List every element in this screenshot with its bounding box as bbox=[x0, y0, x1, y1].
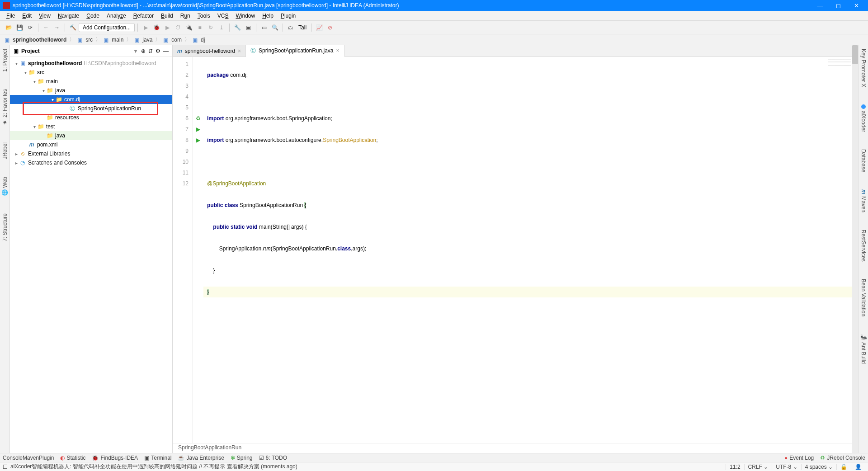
menu-analyze[interactable]: Analyze bbox=[103, 13, 130, 19]
back-icon[interactable]: ← bbox=[41, 23, 51, 33]
tree-package[interactable]: ▾📁com.dj bbox=[10, 95, 172, 104]
run-icon[interactable]: ▶ bbox=[141, 23, 151, 33]
bottom-spring[interactable]: ❃Spring bbox=[231, 455, 253, 461]
bottom-javaee[interactable]: ☕Java Enterprise bbox=[178, 455, 224, 461]
tree-test-java[interactable]: 📁java bbox=[10, 131, 172, 140]
status-encoding[interactable]: UTF-8 ⌄ bbox=[772, 464, 801, 470]
tree-resources[interactable]: 📁resources bbox=[10, 113, 172, 122]
tree-file[interactable]: ⒸSpringBootApplicationRun bbox=[10, 104, 172, 113]
gear-icon[interactable]: ⚙ bbox=[156, 48, 160, 54]
menu-plugin[interactable]: Plugin bbox=[277, 13, 299, 19]
save-icon[interactable]: 💾 bbox=[14, 23, 24, 33]
menu-code[interactable]: Code bbox=[83, 13, 103, 19]
menu-run[interactable]: Run bbox=[177, 13, 194, 19]
tab-favorites[interactable]: ★2: Favorites bbox=[2, 87, 8, 127]
code-text[interactable]: package com.dj; import org.springframewo… bbox=[203, 57, 852, 443]
crumb-src[interactable]: ▣src bbox=[75, 37, 94, 43]
minimize-button[interactable]: — bbox=[811, 2, 829, 9]
status-indent[interactable]: 4 spaces ⌄ bbox=[801, 464, 836, 470]
open-icon[interactable]: 📂 bbox=[4, 23, 14, 33]
tree-pom[interactable]: mpom.xml bbox=[10, 140, 172, 149]
chart-icon[interactable]: 📈 bbox=[314, 23, 324, 33]
run-gutter-icon[interactable]: ▶ bbox=[193, 135, 203, 146]
hide-icon[interactable]: — bbox=[163, 48, 169, 54]
close-button[interactable]: ✕ bbox=[847, 2, 865, 9]
bottom-console[interactable]: ConsoleMavenPlugin bbox=[3, 455, 54, 461]
tab-structure[interactable]: 7: Structure bbox=[2, 212, 8, 243]
editor-scrollbar[interactable] bbox=[852, 45, 858, 453]
menu-refactor[interactable]: Refactor bbox=[130, 13, 157, 19]
menu-build[interactable]: Build bbox=[157, 13, 177, 19]
run-gutter-icon[interactable]: ▶ bbox=[193, 124, 203, 135]
bottom-statistic[interactable]: ◐Statistic bbox=[60, 455, 85, 461]
collapse-icon[interactable]: ⇵ bbox=[148, 48, 153, 54]
tree-root[interactable]: ▾▣springboothellowordH:\CSDN\springbooth… bbox=[10, 59, 172, 68]
status-position[interactable]: 11:2 bbox=[726, 464, 744, 470]
bottom-eventlog[interactable]: ●Event Log bbox=[784, 455, 814, 461]
project-tree[interactable]: ▾▣springboothellowordH:\CSDN\springbooth… bbox=[10, 57, 172, 453]
tree-scratches[interactable]: ▸◔Scratches and Consoles bbox=[10, 158, 172, 167]
tree-test[interactable]: ▾📁test bbox=[10, 122, 172, 131]
bottom-jrebelconsole[interactable]: ♻JRebel Console bbox=[820, 455, 865, 461]
tab-keypromoter[interactable]: Key Promoter X bbox=[860, 47, 867, 89]
block-icon[interactable]: ⊘ bbox=[325, 23, 335, 33]
hammer-icon[interactable]: 🔨 bbox=[68, 23, 78, 33]
tab-maven[interactable]: mMaven bbox=[860, 188, 867, 214]
tab-springboot-helloword[interactable]: mspringboot-helloword× bbox=[173, 45, 246, 57]
tail-label[interactable]: Tail bbox=[297, 24, 308, 31]
menu-file[interactable]: File bbox=[3, 13, 19, 19]
tree-java[interactable]: ▾📁java bbox=[10, 86, 172, 95]
tab-springbootapplicationrun[interactable]: ⒸSpringBootApplicationRun.java× bbox=[246, 45, 344, 57]
rerun-icon[interactable]: ↻ bbox=[206, 23, 216, 33]
debug-icon[interactable]: 🐞 bbox=[151, 23, 161, 33]
status-message[interactable]: aiXcoder智能编程机器人: 智能代码补全功能在使用中遇到较高的网络延时问题… bbox=[10, 463, 726, 471]
menu-view[interactable]: View bbox=[35, 13, 54, 19]
menu-tools[interactable]: Tools bbox=[194, 13, 214, 19]
tab-web[interactable]: 🌐Web bbox=[2, 175, 8, 198]
search-icon[interactable]: 🔍 bbox=[270, 23, 280, 33]
screen-icon[interactable]: ▭ bbox=[259, 23, 269, 33]
add-configuration[interactable]: Add Configuration... bbox=[79, 23, 135, 32]
coverage-icon[interactable]: ▶ bbox=[162, 23, 172, 33]
crumb-java[interactable]: ▣java bbox=[132, 37, 154, 43]
bottom-terminal[interactable]: ▣Terminal bbox=[144, 455, 171, 461]
bottom-findbugs[interactable]: 🐞FindBugs-IDEA bbox=[92, 455, 138, 461]
tab-project[interactable]: 1: Project bbox=[2, 47, 8, 74]
crumb-root[interactable]: ▣springboothelloword bbox=[3, 37, 68, 43]
crumb-main[interactable]: ▣main bbox=[102, 37, 125, 43]
code-area[interactable]: 123456789101112 ♻ ▶ ▶ package com.dj; im… bbox=[173, 57, 852, 443]
status-eol[interactable]: CRLF ⌄ bbox=[744, 464, 772, 470]
dump-icon[interactable]: ⤓ bbox=[217, 23, 226, 33]
status-inspect-icon[interactable]: 👤 bbox=[851, 464, 865, 470]
bottom-todo[interactable]: ☑6: TODO bbox=[259, 455, 288, 461]
close-icon[interactable]: × bbox=[238, 48, 241, 54]
attach-icon[interactable]: 🔌 bbox=[184, 23, 194, 33]
menu-vcs[interactable]: VCS bbox=[214, 13, 232, 19]
tab-restservices[interactable]: RestServices bbox=[860, 228, 867, 264]
menu-help[interactable]: Help bbox=[259, 13, 277, 19]
breakpoints-icon[interactable]: ▣ bbox=[243, 23, 253, 33]
tab-antbuild[interactable]: 🐜Ant Build bbox=[860, 332, 867, 366]
tab-beanvalidation[interactable]: Bean Validation bbox=[860, 277, 867, 318]
stop-icon[interactable]: ■ bbox=[195, 23, 205, 33]
close-icon[interactable]: × bbox=[336, 47, 340, 54]
menu-window[interactable]: Window bbox=[232, 13, 259, 19]
tree-main[interactable]: ▾📁main bbox=[10, 77, 172, 86]
tree-external[interactable]: ▸⎋External Libraries bbox=[10, 149, 172, 158]
wrench-icon[interactable]: 🔧 bbox=[232, 23, 242, 33]
crumb-com[interactable]: ▣com bbox=[161, 37, 184, 43]
tree-src[interactable]: ▾📁src bbox=[10, 68, 172, 77]
sync-icon[interactable]: ⟳ bbox=[25, 23, 35, 33]
menu-edit[interactable]: Edit bbox=[19, 13, 35, 19]
tab-jrebel[interactable]: JRebel bbox=[2, 141, 8, 161]
tail-icon[interactable]: 🗂 bbox=[286, 23, 296, 33]
tab-database[interactable]: Database bbox=[860, 147, 867, 174]
recycle-icon[interactable]: ♻ bbox=[193, 113, 203, 124]
tab-aixcoder[interactable]: aiXcoder bbox=[860, 103, 867, 134]
forward-icon[interactable]: → bbox=[52, 23, 62, 33]
target-icon[interactable]: ⊕ bbox=[141, 48, 146, 54]
maximize-button[interactable]: ◻ bbox=[829, 2, 847, 9]
crumb-dj[interactable]: ▣dj bbox=[191, 37, 207, 43]
profile-icon[interactable]: ⏱ bbox=[173, 23, 183, 33]
menu-navigate[interactable]: Navigate bbox=[54, 13, 83, 19]
